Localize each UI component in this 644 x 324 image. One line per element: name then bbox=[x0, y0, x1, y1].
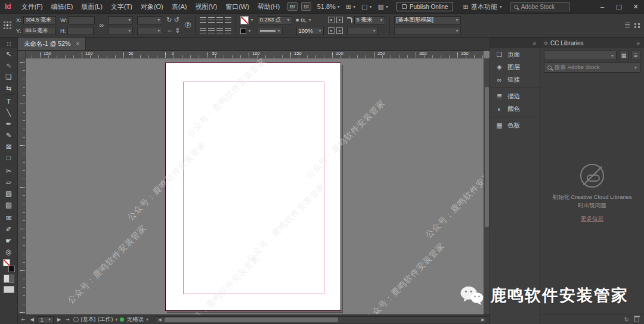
scroll-left-icon[interactable]: ◀ bbox=[156, 317, 163, 322]
corner-shape-dropdown[interactable]: ▾ bbox=[347, 27, 378, 35]
panel-menu-icon[interactable]: ☰ bbox=[624, 22, 630, 29]
zoom-tool[interactable]: ◎ bbox=[0, 246, 17, 257]
chevron-down-icon[interactable]: ▾ bbox=[115, 317, 117, 322]
previous-page-button[interactable]: ◀ bbox=[29, 317, 35, 322]
menu-object[interactable]: 对象(O) bbox=[137, 0, 168, 13]
document-page[interactable] bbox=[165, 63, 341, 311]
horizontal-scrollbar-track[interactable] bbox=[163, 317, 479, 323]
distribute-icon[interactable] bbox=[216, 28, 223, 33]
rotate-ccw-icon[interactable]: ↺ bbox=[174, 17, 179, 23]
collapse-panels-icon[interactable]: » bbox=[532, 40, 536, 46]
page-number-field[interactable]: 1 ▾ bbox=[38, 316, 54, 323]
gradient-tool[interactable]: ▨ bbox=[0, 188, 17, 199]
grid-view-icon[interactable]: ▦ bbox=[619, 51, 628, 60]
first-page-button[interactable]: ⇤ bbox=[20, 317, 27, 322]
zoom-level-dropdown[interactable]: 51.8% ▾ bbox=[317, 3, 340, 10]
corner-radius-dropdown[interactable]: 5 毫米 ▾ bbox=[354, 16, 385, 24]
menu-file[interactable]: 文件(F) bbox=[17, 0, 47, 13]
reference-point-proxy[interactable] bbox=[4, 21, 12, 30]
flip-vertical-icon[interactable]: ⇕ bbox=[175, 27, 180, 34]
preflight-profile[interactable]: [基本] bbox=[81, 316, 95, 323]
menu-layout[interactable]: 版面(L) bbox=[77, 0, 106, 13]
library-select-dropdown[interactable]: ▾ bbox=[544, 51, 617, 60]
wrap-jump-icon[interactable] bbox=[336, 27, 343, 34]
note-tool[interactable]: ✉ bbox=[0, 212, 17, 223]
maximize-button[interactable]: ▢ bbox=[611, 0, 627, 13]
horizontal-ruler[interactable]: 150 100 50 0 50 100 150 200 250 300 350 bbox=[26, 51, 484, 58]
menu-edit[interactable]: 编辑(E) bbox=[47, 0, 78, 13]
align-icon[interactable] bbox=[200, 17, 206, 23]
wrap-bounding-icon[interactable] bbox=[336, 17, 343, 23]
minimize-button[interactable]: – bbox=[594, 0, 611, 13]
scale-x-dropdown[interactable]: ▾ bbox=[108, 16, 133, 24]
object-style-dropdown[interactable]: [基本图形框架] ▾ bbox=[394, 16, 461, 24]
bridge-button[interactable]: Br bbox=[287, 2, 298, 11]
screen-mode-button[interactable] bbox=[4, 286, 14, 293]
menu-window[interactable]: 窗口(W) bbox=[221, 0, 253, 13]
stroke-swatch[interactable] bbox=[3, 259, 10, 266]
menu-help[interactable]: 帮助(H) bbox=[253, 0, 284, 13]
collapse-panels-icon[interactable]: » bbox=[636, 40, 640, 46]
stroke-type-dropdown[interactable]: ▾ bbox=[258, 27, 283, 35]
blend-mode-icon[interactable]: ■ bbox=[296, 18, 299, 23]
distribute-icon[interactable] bbox=[225, 28, 231, 33]
arrange-documents-dropdown[interactable]: ▥ ▾ bbox=[378, 4, 388, 10]
pen-tool[interactable]: ✒ bbox=[0, 118, 17, 129]
panel-dock-item-pages[interactable]: ❏ 页面 bbox=[490, 48, 540, 61]
scissors-tool[interactable]: ✂ bbox=[0, 165, 17, 176]
panel-dock-item-stroke[interactable]: ≣ 描边 bbox=[490, 90, 540, 102]
x-input[interactable] bbox=[23, 16, 56, 24]
vertical-scrollbar-thumb[interactable] bbox=[485, 87, 489, 227]
fill-color-swatch[interactable] bbox=[240, 28, 246, 34]
align-icon[interactable] bbox=[216, 17, 223, 23]
free-transform-tool[interactable]: ▱ bbox=[0, 176, 17, 188]
apply-color-button[interactable] bbox=[4, 275, 14, 283]
stroke-weight-dropdown[interactable]: 0.283 点 ▾ bbox=[258, 16, 292, 24]
rectangle-frame-tool[interactable]: ⊠ bbox=[0, 141, 17, 152]
selection-tool[interactable]: ↖ bbox=[0, 48, 17, 60]
ruler-origin[interactable] bbox=[18, 51, 26, 58]
align-icon[interactable] bbox=[225, 17, 231, 23]
chevron-down-icon[interactable]: ▾ bbox=[250, 17, 253, 23]
vertical-scrollbar[interactable] bbox=[484, 58, 490, 314]
last-page-button[interactable]: ⇥ bbox=[64, 317, 71, 322]
y-input[interactable] bbox=[23, 27, 55, 35]
width-input[interactable] bbox=[69, 16, 95, 24]
constrain-proportions-icon[interactable]: ∞ bbox=[99, 22, 104, 29]
panel-dock-item-color[interactable]: ◐ 颜色 bbox=[490, 102, 540, 115]
distribute-icon[interactable] bbox=[200, 28, 206, 33]
opacity-dropdown[interactable]: 100% ▾ bbox=[296, 27, 324, 35]
horizontal-scrollbar-thumb[interactable] bbox=[165, 317, 339, 322]
screen-mode-dropdown[interactable]: ▢ ▾ bbox=[361, 4, 371, 10]
align-icon[interactable] bbox=[208, 17, 215, 23]
adobe-stock-search[interactable]: Adobe Stock bbox=[510, 2, 570, 11]
gradient-feather-tool[interactable]: ▧ bbox=[0, 199, 17, 210]
view-options-dropdown[interactable]: ⊞ ▾ bbox=[346, 4, 355, 10]
scroll-right-icon[interactable]: ▶ bbox=[479, 317, 487, 322]
stock-button[interactable]: St bbox=[301, 2, 311, 11]
rotation-angle-dropdown[interactable]: ▾ bbox=[137, 16, 162, 24]
height-input[interactable] bbox=[67, 27, 94, 35]
wrap-object-icon[interactable] bbox=[328, 27, 335, 34]
vertical-ruler[interactable] bbox=[18, 58, 26, 314]
trash-icon[interactable] bbox=[634, 317, 639, 322]
publish-online-button[interactable]: Publish Online bbox=[397, 2, 453, 11]
page-tool[interactable]: ❏ bbox=[0, 71, 17, 82]
secondary-style-dropdown[interactable]: ▾ bbox=[394, 27, 461, 35]
shear-angle-dropdown[interactable]: ▾ bbox=[137, 27, 162, 35]
document-tab[interactable]: 未命名-1 @ 52% × bbox=[18, 38, 86, 50]
control-dock-icon[interactable] bbox=[634, 23, 640, 28]
panel-dock-item-layers[interactable]: ◈ 图层 bbox=[490, 61, 540, 73]
wrap-none-icon[interactable] bbox=[328, 17, 335, 23]
fill-stroke-indicator[interactable] bbox=[3, 259, 15, 272]
rotate-cw-icon[interactable]: ↻ bbox=[166, 17, 172, 23]
cc-search-field[interactable]: 搜索 Adobe Stock ▾ bbox=[544, 63, 640, 73]
distribute-icon[interactable] bbox=[208, 28, 215, 33]
close-tab-icon[interactable]: × bbox=[76, 40, 79, 47]
panel-dock-item-links[interactable]: ∞ 链接 bbox=[490, 73, 540, 86]
hand-tool[interactable]: ☛ bbox=[0, 235, 17, 246]
canvas[interactable]: 150 100 50 0 50 100 150 200 250 300 350 … bbox=[18, 51, 490, 314]
chevron-down-icon[interactable]: ▾ bbox=[146, 317, 148, 322]
menu-type[interactable]: 文字(T) bbox=[107, 0, 137, 13]
eyedropper-tool[interactable]: ✐ bbox=[0, 223, 17, 235]
